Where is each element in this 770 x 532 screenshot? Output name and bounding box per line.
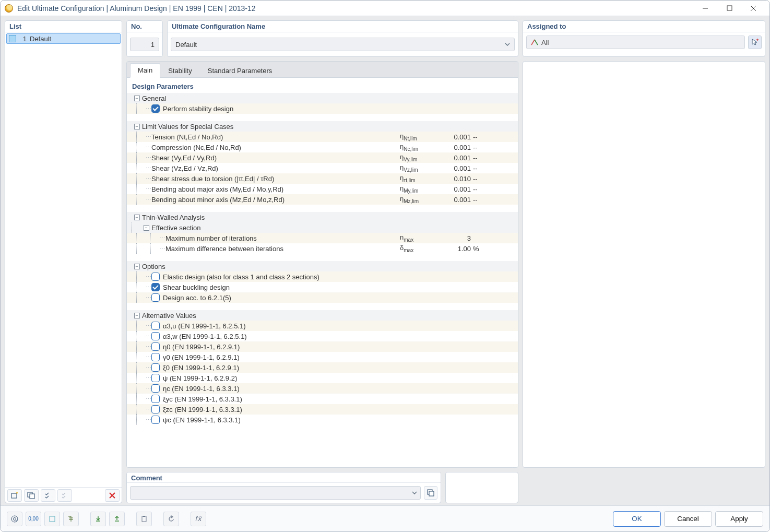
param-value[interactable]: 0.001: [436, 144, 473, 151]
checkbox[interactable]: [151, 353, 160, 361]
uncheck-all-button[interactable]: [57, 489, 72, 502]
checkbox[interactable]: [151, 283, 160, 291]
export-button[interactable]: [109, 512, 125, 526]
param-value[interactable]: 0.001: [436, 133, 473, 141]
param-value[interactable]: 0.001: [436, 154, 473, 162]
view-button[interactable]: [44, 512, 60, 526]
name-value: Default: [175, 41, 197, 49]
check-label: η0 (EN 1999-1-1, 6.2.9.1): [163, 343, 240, 351]
param-value[interactable]: 0.001: [436, 196, 473, 204]
assigned-panel: Assigned to All: [523, 20, 765, 57]
tree-check-row: ⋯ψ (EN 1999-1-1, 6.2.9.2): [127, 373, 518, 383]
check-all-button[interactable]: [41, 489, 55, 502]
checkbox[interactable]: [151, 384, 160, 393]
minimize-button[interactable]: [693, 1, 717, 16]
check-label: α3,u (EN 1999-1-1, 6.2.5.1): [163, 322, 246, 330]
section-title: Design Parameters: [127, 80, 518, 93]
tab-main[interactable]: Main: [130, 63, 160, 78]
tree-check-row: ⋯ηc (EN 1999-1-1, 6.3.3.1): [127, 383, 518, 394]
check-label: γ0 (EN 1999-1-1, 6.2.9.1): [163, 353, 240, 361]
copy-button[interactable]: [24, 489, 39, 502]
comment-spacer: [523, 472, 765, 503]
svg-rect-4: [11, 493, 17, 498]
param-value[interactable]: 0.001: [436, 164, 473, 172]
tree-group[interactable]: −Effective section: [127, 222, 518, 233]
list-item[interactable]: 1 Default: [6, 33, 121, 44]
tree-check-row: ⋯Elastic design (also for class 1 and cl…: [127, 271, 518, 282]
pick-members-button[interactable]: [748, 36, 762, 49]
units-button[interactable]: 0,00: [26, 512, 41, 526]
checkbox[interactable]: [151, 395, 160, 403]
param-value[interactable]: 0.010: [436, 175, 473, 183]
checkbox[interactable]: [151, 322, 160, 330]
clipboard-button[interactable]: [136, 512, 152, 526]
delete-button[interactable]: [105, 489, 120, 502]
reset-button[interactable]: [163, 512, 179, 526]
function-icon: fx̄: [195, 515, 202, 523]
assigned-value: All: [541, 39, 549, 46]
close-button[interactable]: [741, 1, 765, 16]
param-value[interactable]: 3: [436, 234, 473, 242]
svg-rect-14: [429, 491, 434, 496]
checkbox[interactable]: [151, 273, 160, 281]
checkbox[interactable]: [151, 363, 160, 372]
checkbox[interactable]: [151, 104, 160, 113]
config-list[interactable]: 1 Default: [5, 32, 122, 487]
number-input[interactable]: [130, 38, 159, 51]
tab-stability[interactable]: Stability: [160, 64, 200, 78]
sidebar-header: List: [5, 21, 122, 32]
close-icon: [750, 5, 756, 11]
param-value[interactable]: 1.00: [436, 245, 473, 253]
collapse-icon: −: [144, 225, 149, 231]
color-swatch: [9, 35, 16, 42]
param-value[interactable]: 0.001: [436, 185, 473, 193]
check-label: Design acc. to 6.2.1(5): [163, 294, 231, 302]
checkbox[interactable]: [151, 293, 160, 302]
function-button[interactable]: fx̄: [191, 512, 206, 526]
apply-button[interactable]: Apply: [715, 511, 763, 527]
checkbox[interactable]: [151, 332, 160, 340]
frame-icon: [49, 515, 56, 523]
svg-line-9: [531, 40, 535, 45]
svg-rect-20: [143, 516, 145, 517]
import-button[interactable]: [90, 512, 106, 526]
comment-library-button[interactable]: [424, 486, 437, 500]
number-header: No.: [127, 21, 162, 32]
help-button[interactable]: [7, 512, 22, 526]
assigned-input[interactable]: All: [526, 36, 745, 49]
comment-combobox[interactable]: [130, 486, 421, 500]
tab-standard-parameters[interactable]: Standard Parameters: [200, 64, 280, 78]
app-icon: [5, 4, 13, 13]
delete-icon: [109, 492, 115, 499]
chevron-down-icon: [412, 490, 417, 495]
name-combobox[interactable]: Default: [171, 38, 515, 51]
checkbox[interactable]: [151, 374, 160, 382]
list-item-number: 1: [19, 35, 27, 43]
maximize-button[interactable]: [717, 1, 741, 16]
tree-group[interactable]: −Options: [127, 261, 518, 271]
check-label: ψ (EN 1999-1-1, 6.2.9.2): [163, 374, 237, 382]
tree-group[interactable]: −Alternative Values: [127, 310, 518, 321]
tree-value-row: ⋯Maximum difference between iterationsδm…: [127, 243, 518, 254]
checkbox[interactable]: [151, 405, 160, 413]
tree-check-row: ⋯η0 (EN 1999-1-1, 6.2.9.1): [127, 341, 518, 352]
tree-check-row: ⋯ξyc (EN 1999-1-1, 6.3.3.1): [127, 394, 518, 404]
cancel-button[interactable]: Cancel: [664, 511, 712, 527]
image-panel: [445, 472, 518, 503]
tree-check-row: ⋯γ0 (EN 1999-1-1, 6.2.9.1): [127, 352, 518, 362]
ok-button[interactable]: OK: [613, 511, 661, 527]
name-panel: Ultimate Configuration Name Default: [167, 20, 518, 57]
clipboard-icon: [140, 515, 148, 523]
tree-group[interactable]: −Thin-Walled Analysis: [127, 212, 518, 222]
name-header: Ultimate Configuration Name: [168, 21, 518, 32]
tree-group[interactable]: −Limit Values for Special Cases: [127, 121, 518, 132]
import-icon: [94, 515, 102, 523]
new-button[interactable]: [7, 489, 22, 502]
tree-group[interactable]: −General: [127, 93, 518, 103]
filter-button[interactable]: [63, 512, 79, 526]
tree-value-row: ⋯Maximum number of iterationsnmax3: [127, 233, 518, 243]
checkbox[interactable]: [151, 342, 160, 351]
checkbox[interactable]: [151, 416, 160, 424]
param-symbol: ηNt,lim: [400, 132, 436, 141]
tree-check-row: ⋯Perform stability design: [127, 103, 518, 114]
